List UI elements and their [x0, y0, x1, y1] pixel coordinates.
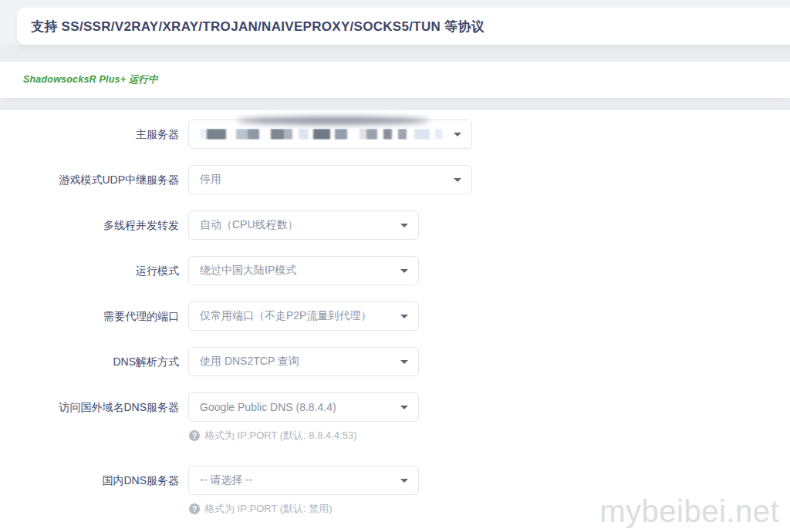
select-foreign-dns[interactable]: Google Public DNS (8.8.4.4)	[188, 392, 419, 422]
settings-panel: 主服务器 游戏模式UDP中继服务器 停用 多线程并发转发 自动（CPU线程数）	[0, 110, 790, 532]
select-value: 停用	[200, 173, 221, 187]
chevron-down-icon	[400, 406, 408, 409]
field-label: 国内DNS服务器	[0, 466, 179, 495]
form-row: 主服务器	[0, 120, 790, 149]
select-run-mode[interactable]: 绕过中国大陆IP模式	[188, 256, 419, 285]
chevron-down-icon	[400, 360, 408, 364]
section-divider	[0, 45, 790, 62]
select-main-server[interactable]	[188, 120, 472, 149]
form-row: 游戏模式UDP中继服务器 停用	[0, 165, 790, 194]
form-row: DNS解析方式 使用 DNS2TCP 查询	[0, 347, 790, 376]
field-label: 多线程并发转发	[0, 210, 179, 240]
pixelated-redaction	[200, 129, 443, 140]
chevron-down-icon	[400, 269, 408, 273]
select-value: 仅常用端口（不走P2P流量到代理）	[200, 309, 371, 323]
form-row: 运行模式 绕过中国大陆IP模式	[0, 256, 790, 285]
field-control: 使用 DNS2TCP 查询	[188, 347, 419, 376]
help-text: 格式为 IP:PORT (默认: 禁用)	[204, 502, 333, 516]
chevron-down-icon	[454, 178, 461, 182]
field-control	[188, 120, 472, 149]
help-line: ? 格式为 IP:PORT (默认: 禁用)	[189, 502, 419, 516]
form-row: 国内DNS服务器 -- 请选择 -- ? 格式为 IP:PORT (默认: 禁用…	[0, 466, 790, 516]
form-row: 访问国外域名DNS服务器 Google Public DNS (8.8.4.4)…	[0, 392, 790, 443]
field-label: 运行模式	[0, 256, 179, 285]
field-label: 游戏模式UDP中继服务器	[0, 165, 179, 194]
field-control: 停用	[188, 165, 472, 194]
settings-form: 主服务器 游戏模式UDP中继服务器 停用 多线程并发转发 自动（CPU线程数）	[0, 120, 790, 516]
field-label: DNS解析方式	[0, 347, 179, 376]
section-divider	[0, 98, 790, 110]
help-text: 格式为 IP:PORT (默认: 8.8.4.4:53)	[204, 429, 356, 443]
chevron-down-icon	[400, 315, 408, 318]
help-icon: ?	[189, 503, 200, 514]
field-control: 绕过中国大陆IP模式	[188, 256, 419, 285]
field-label: 访问国外域名DNS服务器	[0, 392, 179, 422]
field-control: Google Public DNS (8.8.4.4) ? 格式为 IP:POR…	[188, 392, 419, 443]
field-control: 自动（CPU线程数）	[188, 210, 419, 240]
app-name: ShadowsocksR Plus+	[23, 74, 126, 85]
select-threads[interactable]: 自动（CPU线程数）	[188, 210, 419, 240]
select-value: 使用 DNS2TCP 查询	[200, 355, 299, 369]
chevron-down-icon	[454, 133, 461, 136]
select-china-dns[interactable]: -- 请选择 --	[188, 466, 419, 495]
select-dns-mode[interactable]: 使用 DNS2TCP 查询	[188, 347, 419, 376]
select-value: Google Public DNS (8.8.4.4)	[200, 401, 336, 413]
select-value: 自动（CPU线程数）	[200, 218, 299, 232]
chevron-down-icon	[400, 224, 408, 227]
form-row: 需要代理的端口 仅常用端口（不走P2P流量到代理）	[0, 301, 790, 331]
form-row: 多线程并发转发 自动（CPU线程数）	[0, 210, 790, 240]
select-proxy-ports[interactable]: 仅常用端口（不走P2P流量到代理）	[188, 301, 419, 331]
status-bar: ShadowsocksR Plus+ 运行中	[0, 62, 790, 98]
running-state: 运行中	[129, 74, 158, 85]
help-line: ? 格式为 IP:PORT (默认: 8.8.4.4:53)	[189, 429, 419, 443]
protocol-support-banner: 支持 SS/SSR/V2RAY/XRAY/TROJAN/NAIVEPROXY/S…	[17, 8, 790, 45]
field-control: 仅常用端口（不走P2P流量到代理）	[188, 301, 419, 331]
page-title: 支持 SS/SSR/V2RAY/XRAY/TROJAN/NAIVEPROXY/S…	[31, 18, 484, 35]
field-control: -- 请选择 -- ? 格式为 IP:PORT (默认: 禁用)	[188, 466, 419, 516]
redacted-server-value	[200, 129, 443, 140]
select-udp-relay-server[interactable]: 停用	[188, 165, 472, 194]
field-label: 需要代理的端口	[0, 301, 179, 331]
blur-smudge	[237, 116, 430, 125]
running-status-badge: ShadowsocksR Plus+ 运行中	[23, 73, 158, 86]
help-icon: ?	[189, 430, 200, 441]
select-value: -- 请选择 --	[200, 473, 252, 487]
select-value: 绕过中国大陆IP模式	[200, 264, 296, 278]
field-label: 主服务器	[0, 120, 179, 149]
chevron-down-icon	[400, 479, 408, 483]
